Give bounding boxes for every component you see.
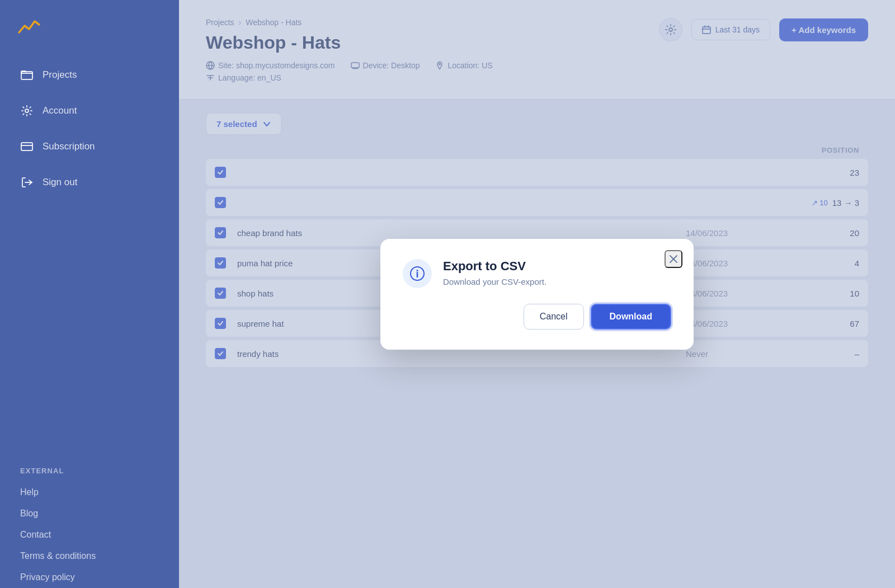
- sidebar-item-signout-label: Sign out: [43, 177, 77, 188]
- modal-close-button[interactable]: [665, 250, 682, 268]
- sidebar: Projects Account Subscription Sign out E…: [0, 0, 179, 588]
- sidebar-item-account-label: Account: [43, 105, 77, 116]
- modal-title: Export to CSV: [443, 259, 547, 274]
- sidebar-item-account[interactable]: Account: [9, 94, 170, 128]
- svg-point-1: [25, 109, 29, 112]
- main-content-area: Projects › Webshop - Hats Webshop - Hats…: [179, 0, 895, 588]
- sidebar-item-signout[interactable]: Sign out: [9, 166, 170, 199]
- cancel-button[interactable]: Cancel: [524, 304, 584, 330]
- sidebar-logo: [0, 0, 179, 58]
- sidebar-link-help[interactable]: Help: [20, 482, 159, 503]
- modal-info-icon: [403, 259, 432, 288]
- external-section-label: External: [20, 467, 159, 475]
- export-csv-modal: Export to CSV Download your CSV-export. …: [380, 239, 694, 350]
- sidebar-nav: Projects Account Subscription Sign out: [0, 58, 179, 453]
- sidebar-item-subscription[interactable]: Subscription: [9, 130, 170, 163]
- svg-rect-2: [21, 143, 32, 150]
- folder-icon: [20, 68, 34, 82]
- modal-backdrop: Export to CSV Download your CSV-export. …: [179, 0, 895, 588]
- modal-actions: Cancel Download: [403, 304, 671, 330]
- modal-subtitle: Download your CSV-export.: [443, 277, 547, 286]
- sidebar-link-contact[interactable]: Contact: [20, 524, 159, 545]
- modal-text-block: Export to CSV Download your CSV-export.: [443, 259, 547, 286]
- sidebar-link-terms[interactable]: Terms & conditions: [20, 545, 159, 567]
- gear-icon: [20, 104, 34, 117]
- card-icon: [20, 140, 34, 153]
- sidebar-external-section: External Help Blog Contact Terms & condi…: [0, 453, 179, 588]
- sidebar-item-projects[interactable]: Projects: [9, 58, 170, 92]
- download-button[interactable]: Download: [591, 304, 671, 330]
- sidebar-link-blog[interactable]: Blog: [20, 503, 159, 524]
- signout-icon: [20, 176, 34, 189]
- sidebar-link-privacy[interactable]: Privacy policy: [20, 567, 159, 588]
- modal-header: Export to CSV Download your CSV-export.: [403, 259, 671, 288]
- sidebar-item-subscription-label: Subscription: [43, 141, 95, 152]
- svg-point-13: [417, 270, 418, 271]
- sidebar-item-projects-label: Projects: [43, 69, 77, 81]
